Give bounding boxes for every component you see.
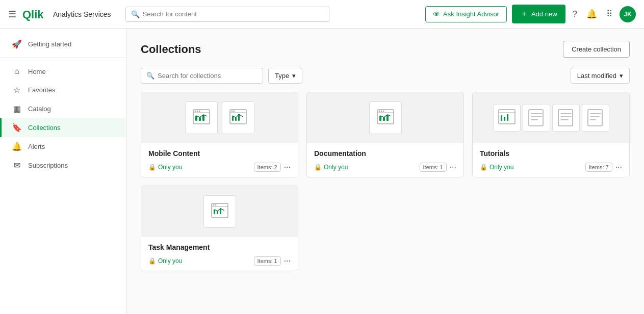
svg-rect-22 [383,117,385,121]
main-content: Collections Create collection 🔍 Type ▾ L… [126,29,644,314]
card-owner: 🔒 Only you [314,164,348,171]
cards-grid: Mobile Content 🔒 Only you Items: 2 ··· [141,92,630,271]
more-options-icon[interactable]: ··· [450,163,456,171]
card-owner: 🔒 Only you [480,164,513,171]
sidebar-item-subscriptions[interactable]: ✉ Subscriptions [0,156,126,175]
lock-icon: 🔒 [480,164,487,171]
svg-rect-45 [214,210,215,214]
svg-point-43 [213,204,214,206]
svg-rect-8 [202,115,204,121]
hamburger-menu[interactable]: ☰ [8,9,16,20]
card-tutorials[interactable]: Tutorials 🔒 Only you Items: 7 ··· [472,92,630,177]
card-icon-3 [552,104,580,132]
sidebar-item-alerts[interactable]: 🔔 Alerts [0,137,126,156]
more-options-icon[interactable]: ··· [615,163,622,171]
card-preview [473,92,629,143]
insight-icon: 👁 [433,10,440,18]
card-items-count: Items: 2 [254,163,281,172]
card-title: Documentation [314,149,456,158]
card-right: Items: 1 ··· [254,256,291,266]
card-icon [203,195,236,228]
filters-row: 🔍 Type ▾ Last modified ▾ [141,68,630,84]
svg-rect-7 [199,117,201,121]
avatar[interactable]: JK [620,6,636,22]
bell-icon: 🔔 [12,142,22,151]
search-collections-input[interactable] [158,72,257,80]
sidebar-item-collections[interactable]: 🔖 Collections [0,118,126,137]
card-owner: 🔒 Only you [148,164,182,171]
svg-rect-26 [501,115,502,121]
card-right: Items: 7 ··· [585,163,622,172]
card-icon-1 [493,104,521,132]
svg-point-19 [380,111,382,112]
sidebar-divider [0,58,126,58]
svg-rect-37 [588,110,602,126]
svg-text:Qlik: Qlik [22,8,44,21]
card-body: Tutorials 🔒 Only you Items: 7 ··· [473,143,629,177]
card-footer: 🔒 Only you Items: 1 ··· [314,163,456,172]
card-preview [141,186,298,237]
create-collection-button[interactable]: Create collection [563,41,630,58]
svg-rect-28 [507,114,508,121]
svg-rect-13 [232,116,234,121]
sidebar-item-favorites[interactable]: ☆ Favorites [0,81,126,99]
card-title: Task Management [148,243,291,251]
card-preview [141,92,298,143]
more-options-icon[interactable]: ··· [284,257,291,265]
card-body: Mobile Content 🔒 Only you Items: 2 ··· [141,143,298,177]
global-search[interactable]: 🔍 [125,7,329,22]
svg-point-3 [194,111,196,112]
card-icon [185,101,218,134]
svg-rect-6 [195,116,197,121]
search-collections-icon: 🔍 [146,72,154,80]
svg-point-44 [215,204,216,206]
card-items-count: Items: 7 [585,163,612,172]
rocket-icon: 🚀 [12,39,22,49]
help-icon[interactable]: ? [571,7,579,21]
card-body: Documentation 🔒 Only you Items: 1 ··· [307,143,463,177]
lock-icon: 🔒 [148,164,156,171]
more-options-icon[interactable]: ··· [284,163,291,171]
card-documentation[interactable]: Documentation 🔒 Only you Items: 1 ··· [306,92,464,177]
card-right: Items: 1 ··· [420,163,456,172]
sidebar-item-home[interactable]: ⌂ Home [0,62,126,81]
svg-point-5 [198,111,200,112]
card-footer: 🔒 Only you Items: 7 ··· [480,163,622,172]
add-new-button[interactable]: ＋ Add new [512,5,565,23]
card-icon-4 [582,104,609,132]
chevron-down-icon: ▾ [620,72,623,80]
page-title: Collections [141,43,201,56]
type-filter-button[interactable]: Type ▾ [268,68,302,84]
insight-advisor-button[interactable]: 👁 Ask Insight Advisor [425,6,507,22]
card-items-count: Items: 1 [420,163,447,172]
card-icon [369,101,402,134]
card-icon-2 [222,101,254,134]
global-search-input[interactable] [143,10,324,18]
collections-search[interactable]: 🔍 [141,68,263,84]
sidebar-item-catalog[interactable]: ▦ Catalog [0,99,126,118]
card-body: Task Management 🔒 Only you Items: 1 ··· [141,237,298,271]
layout: 🚀 Getting started ⌂ Home ☆ Favorites ▦ C… [0,29,644,314]
card-task-management[interactable]: Task Management 🔒 Only you Items: 1 ··· [141,186,298,271]
topnav: ☰ Qlik Analytics Services 🔍 👁 Ask Insigh… [0,0,644,29]
svg-rect-29 [529,110,543,126]
home-icon: ⌂ [12,67,22,76]
card-mobile-content[interactable]: Mobile Content 🔒 Only you Items: 2 ··· [141,92,298,177]
filters-left: 🔍 Type ▾ [141,68,302,84]
svg-rect-46 [217,211,218,214]
card-preview [307,92,463,143]
lock-icon: 🔒 [148,257,156,265]
sidebar-item-getting-started[interactable]: 🚀 Getting started [0,35,126,54]
grid-icon[interactable]: ⠿ [604,7,614,21]
notifications-icon[interactable]: 🔔 [584,7,599,21]
card-icon-2 [523,104,550,132]
main-header: Collections Create collection [141,41,630,58]
svg-point-20 [382,111,384,112]
logo[interactable]: Qlik [22,7,45,21]
last-modified-button[interactable]: Last modified ▾ [571,68,630,84]
svg-rect-14 [235,118,237,121]
card-right: Items: 2 ··· [254,163,291,172]
card-owner: 🔒 Only you [148,257,182,265]
card-title: Tutorials [480,149,622,158]
search-icon: 🔍 [131,10,140,18]
